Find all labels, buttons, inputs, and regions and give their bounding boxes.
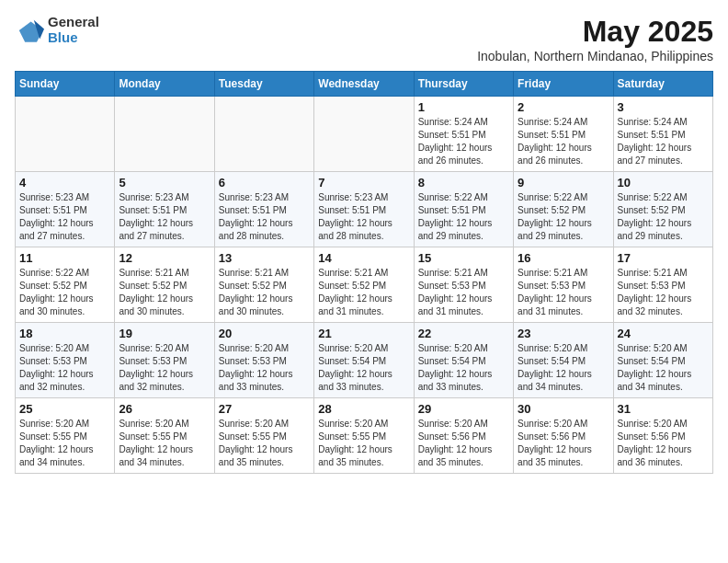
calendar-location: Inobulan, Northern Mindanao, Philippines <box>477 49 713 63</box>
day-number: 10 <box>618 176 709 190</box>
day-info: Sunrise: 5:24 AM Sunset: 5:51 PM Dayligh… <box>518 116 609 167</box>
day-info: Sunrise: 5:22 AM Sunset: 5:52 PM Dayligh… <box>618 191 709 243</box>
day-info: Sunrise: 5:20 AM Sunset: 5:55 PM Dayligh… <box>19 418 110 469</box>
day-info: Sunrise: 5:22 AM Sunset: 5:51 PM Dayligh… <box>418 191 509 243</box>
calendar-week-5: 25Sunrise: 5:20 AM Sunset: 5:55 PM Dayli… <box>16 398 713 474</box>
calendar-cell: 30Sunrise: 5:20 AM Sunset: 5:56 PM Dayli… <box>514 398 613 474</box>
day-info: Sunrise: 5:20 AM Sunset: 5:54 PM Dayligh… <box>618 342 709 394</box>
header-day-saturday: Saturday <box>613 72 712 97</box>
calendar-cell: 29Sunrise: 5:20 AM Sunset: 5:56 PM Dayli… <box>414 398 513 474</box>
calendar-cell: 26Sunrise: 5:20 AM Sunset: 5:55 PM Dayli… <box>115 398 214 474</box>
header-day-sunday: Sunday <box>16 72 115 97</box>
day-info: Sunrise: 5:21 AM Sunset: 5:52 PM Dayligh… <box>318 267 409 318</box>
day-number: 27 <box>219 402 310 416</box>
calendar-cell: 8Sunrise: 5:22 AM Sunset: 5:51 PM Daylig… <box>414 172 513 247</box>
header-day-monday: Monday <box>115 72 214 97</box>
calendar-cell: 10Sunrise: 5:22 AM Sunset: 5:52 PM Dayli… <box>613 172 712 247</box>
day-number: 2 <box>518 100 609 114</box>
header-day-wednesday: Wednesday <box>314 72 414 97</box>
day-number: 5 <box>119 176 210 190</box>
day-number: 20 <box>219 327 310 340</box>
day-info: Sunrise: 5:20 AM Sunset: 5:55 PM Dayligh… <box>219 418 310 469</box>
day-number: 29 <box>418 402 509 416</box>
calendar-week-2: 4Sunrise: 5:23 AM Sunset: 5:51 PM Daylig… <box>16 172 713 247</box>
calendar-cell: 20Sunrise: 5:20 AM Sunset: 5:53 PM Dayli… <box>214 323 313 398</box>
calendar-cell: 16Sunrise: 5:21 AM Sunset: 5:53 PM Dayli… <box>514 247 613 323</box>
day-number: 12 <box>119 251 210 265</box>
day-info: Sunrise: 5:21 AM Sunset: 5:53 PM Dayligh… <box>518 267 609 318</box>
day-number: 15 <box>418 251 509 265</box>
day-info: Sunrise: 5:20 AM Sunset: 5:53 PM Dayligh… <box>119 342 210 394</box>
day-number: 6 <box>219 176 310 190</box>
calendar-table: SundayMondayTuesdayWednesdayThursdayFrid… <box>15 71 713 474</box>
day-number: 11 <box>19 251 110 265</box>
day-info: Sunrise: 5:22 AM Sunset: 5:52 PM Dayligh… <box>19 267 110 318</box>
logo: General Blue <box>15 15 99 45</box>
calendar-cell <box>314 97 414 172</box>
calendar-week-1: 1Sunrise: 5:24 AM Sunset: 5:51 PM Daylig… <box>16 97 713 172</box>
calendar-cell: 5Sunrise: 5:23 AM Sunset: 5:51 PM Daylig… <box>115 172 214 247</box>
day-number: 19 <box>119 327 210 340</box>
calendar-cell: 28Sunrise: 5:20 AM Sunset: 5:55 PM Dayli… <box>314 398 414 474</box>
day-number: 23 <box>518 327 609 340</box>
logo-general-text: General <box>48 15 99 30</box>
calendar-cell: 9Sunrise: 5:22 AM Sunset: 5:52 PM Daylig… <box>514 172 613 247</box>
day-number: 17 <box>618 251 709 265</box>
day-number: 8 <box>418 176 509 190</box>
calendar-cell: 4Sunrise: 5:23 AM Sunset: 5:51 PM Daylig… <box>16 172 115 247</box>
day-info: Sunrise: 5:23 AM Sunset: 5:51 PM Dayligh… <box>318 191 409 243</box>
day-info: Sunrise: 5:21 AM Sunset: 5:52 PM Dayligh… <box>219 267 310 318</box>
day-number: 18 <box>19 327 110 340</box>
calendar-cell: 24Sunrise: 5:20 AM Sunset: 5:54 PM Dayli… <box>613 323 712 398</box>
day-info: Sunrise: 5:21 AM Sunset: 5:53 PM Dayligh… <box>418 267 509 318</box>
day-info: Sunrise: 5:20 AM Sunset: 5:54 PM Dayligh… <box>518 342 609 394</box>
day-number: 4 <box>19 176 110 190</box>
day-number: 24 <box>618 327 709 340</box>
calendar-cell: 25Sunrise: 5:20 AM Sunset: 5:55 PM Dayli… <box>16 398 115 474</box>
day-number: 14 <box>318 251 409 265</box>
calendar-cell <box>16 97 115 172</box>
calendar-cell: 6Sunrise: 5:23 AM Sunset: 5:51 PM Daylig… <box>214 172 313 247</box>
calendar-cell: 13Sunrise: 5:21 AM Sunset: 5:52 PM Dayli… <box>214 247 313 323</box>
calendar-cell: 23Sunrise: 5:20 AM Sunset: 5:54 PM Dayli… <box>514 323 613 398</box>
day-info: Sunrise: 5:23 AM Sunset: 5:51 PM Dayligh… <box>219 191 310 243</box>
calendar-cell: 1Sunrise: 5:24 AM Sunset: 5:51 PM Daylig… <box>414 97 513 172</box>
calendar-cell: 14Sunrise: 5:21 AM Sunset: 5:52 PM Dayli… <box>314 247 414 323</box>
calendar-cell: 12Sunrise: 5:21 AM Sunset: 5:52 PM Dayli… <box>115 247 214 323</box>
header-day-thursday: Thursday <box>414 72 513 97</box>
day-info: Sunrise: 5:21 AM Sunset: 5:53 PM Dayligh… <box>618 267 709 318</box>
calendar-week-3: 11Sunrise: 5:22 AM Sunset: 5:52 PM Dayli… <box>16 247 713 323</box>
calendar-cell <box>115 97 214 172</box>
logo-icon <box>15 16 44 45</box>
day-info: Sunrise: 5:20 AM Sunset: 5:53 PM Dayligh… <box>19 342 110 394</box>
calendar-title: May 2025 <box>477 15 713 49</box>
day-number: 22 <box>418 327 509 340</box>
calendar-header: SundayMondayTuesdayWednesdayThursdayFrid… <box>16 72 713 97</box>
day-info: Sunrise: 5:20 AM Sunset: 5:54 PM Dayligh… <box>318 342 409 394</box>
day-number: 3 <box>618 100 709 114</box>
day-info: Sunrise: 5:20 AM Sunset: 5:56 PM Dayligh… <box>418 418 509 469</box>
day-info: Sunrise: 5:20 AM Sunset: 5:56 PM Dayligh… <box>518 418 609 469</box>
calendar-cell: 2Sunrise: 5:24 AM Sunset: 5:51 PM Daylig… <box>514 97 613 172</box>
day-number: 25 <box>19 402 110 416</box>
calendar-cell: 22Sunrise: 5:20 AM Sunset: 5:54 PM Dayli… <box>414 323 513 398</box>
day-number: 30 <box>518 402 609 416</box>
calendar-cell: 18Sunrise: 5:20 AM Sunset: 5:53 PM Dayli… <box>16 323 115 398</box>
day-number: 9 <box>518 176 609 190</box>
day-info: Sunrise: 5:24 AM Sunset: 5:51 PM Dayligh… <box>418 116 509 167</box>
day-info: Sunrise: 5:20 AM Sunset: 5:55 PM Dayligh… <box>119 418 210 469</box>
day-info: Sunrise: 5:23 AM Sunset: 5:51 PM Dayligh… <box>119 191 210 243</box>
logo-blue-text: Blue <box>48 30 99 46</box>
header-row: SundayMondayTuesdayWednesdayThursdayFrid… <box>16 72 713 97</box>
calendar-cell: 19Sunrise: 5:20 AM Sunset: 5:53 PM Dayli… <box>115 323 214 398</box>
logo-text: General Blue <box>48 15 99 45</box>
day-info: Sunrise: 5:20 AM Sunset: 5:54 PM Dayligh… <box>418 342 509 394</box>
day-number: 21 <box>318 327 409 340</box>
calendar-body: 1Sunrise: 5:24 AM Sunset: 5:51 PM Daylig… <box>16 97 713 474</box>
calendar-cell: 3Sunrise: 5:24 AM Sunset: 5:51 PM Daylig… <box>613 97 712 172</box>
calendar-week-4: 18Sunrise: 5:20 AM Sunset: 5:53 PM Dayli… <box>16 323 713 398</box>
day-number: 31 <box>618 402 709 416</box>
day-number: 7 <box>318 176 409 190</box>
header-day-tuesday: Tuesday <box>214 72 313 97</box>
day-info: Sunrise: 5:20 AM Sunset: 5:55 PM Dayligh… <box>318 418 409 469</box>
